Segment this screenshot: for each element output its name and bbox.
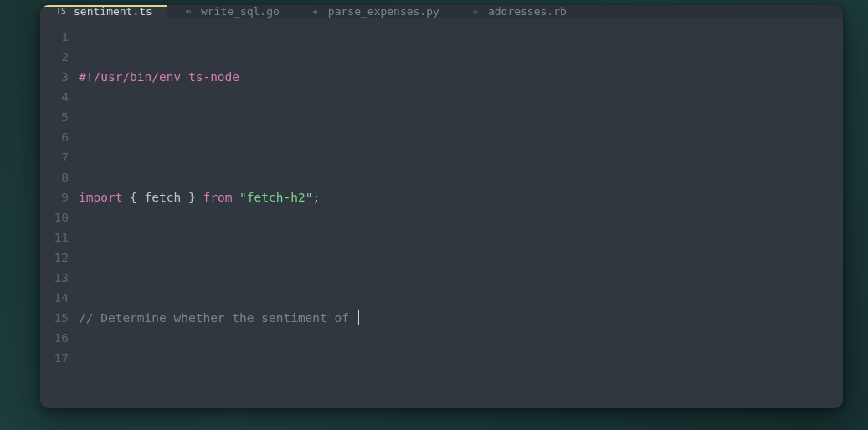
code-line-4 [79, 248, 843, 268]
line-number: 4 [40, 87, 69, 107]
keyword-import: import [79, 191, 122, 204]
line-number: 3 [40, 67, 69, 87]
code-line-3: import { fetch } from "fetch-h2"; [79, 187, 843, 207]
string-literal: "fetch-h2" [239, 191, 312, 204]
line-number: 1 [40, 27, 69, 47]
brace-open: { [122, 191, 144, 204]
semicolon: ; [312, 191, 320, 204]
tab-label: sentiment.ts [74, 5, 152, 18]
identifier-fetch: fetch [145, 191, 182, 204]
code-line-5: // Determine whether the sentiment of [79, 308, 843, 328]
tab-label: write_sql.go [201, 5, 280, 18]
tab-label: addresses.rb [488, 5, 567, 18]
tab-bar: TS sentiment.ts ∞ write_sql.go ❖ parse_e… [40, 5, 843, 18]
tab-addresses-rb[interactable]: ◇ addresses.rb [455, 5, 582, 18]
line-number: 14 [40, 288, 69, 308]
editor-body[interactable]: 1234567891011121314151617 #!/usr/bin/env… [40, 18, 843, 408]
typescript-icon: TS [55, 6, 67, 18]
code-line-6 [79, 368, 843, 388]
tab-sentiment-ts[interactable]: TS sentiment.ts [40, 5, 167, 18]
code-line-2 [79, 127, 843, 147]
line-number: 10 [40, 207, 69, 228]
code-line-1: #!/usr/bin/env ts-node [79, 67, 843, 87]
line-number: 5 [40, 107, 69, 127]
line-number: 15 [40, 308, 69, 328]
line-number: 7 [40, 147, 69, 167]
ruby-icon: ◇ [470, 6, 481, 18]
line-number: 2 [40, 47, 69, 67]
keyword-from: from [203, 191, 232, 204]
line-number: 12 [40, 248, 69, 268]
tab-label: parse_expenses.py [328, 5, 439, 18]
line-number-gutter: 1234567891011121314151617 [40, 27, 79, 408]
go-icon: ∞ [182, 6, 194, 18]
comment: // Determine whether the sentiment of [79, 311, 357, 325]
tab-parse-expenses-py[interactable]: ❖ parse_expenses.py [295, 5, 455, 18]
line-number: 17 [40, 348, 69, 368]
editor-window: TS sentiment.ts ∞ write_sql.go ❖ parse_e… [40, 5, 843, 408]
code-area[interactable]: #!/usr/bin/env ts-node import { fetch } … [79, 27, 843, 408]
shebang: #!/usr/bin/env ts-node [79, 70, 239, 84]
line-number: 13 [40, 268, 69, 288]
line-number: 16 [40, 328, 69, 348]
text-cursor [358, 310, 359, 325]
tab-write-sql-go[interactable]: ∞ write_sql.go [167, 5, 295, 18]
python-icon: ❖ [310, 6, 321, 18]
brace-close: } [181, 191, 203, 204]
line-number: 9 [40, 187, 69, 207]
line-number: 11 [40, 228, 69, 248]
space [232, 191, 239, 204]
line-number: 8 [40, 167, 69, 187]
line-number: 6 [40, 127, 69, 147]
